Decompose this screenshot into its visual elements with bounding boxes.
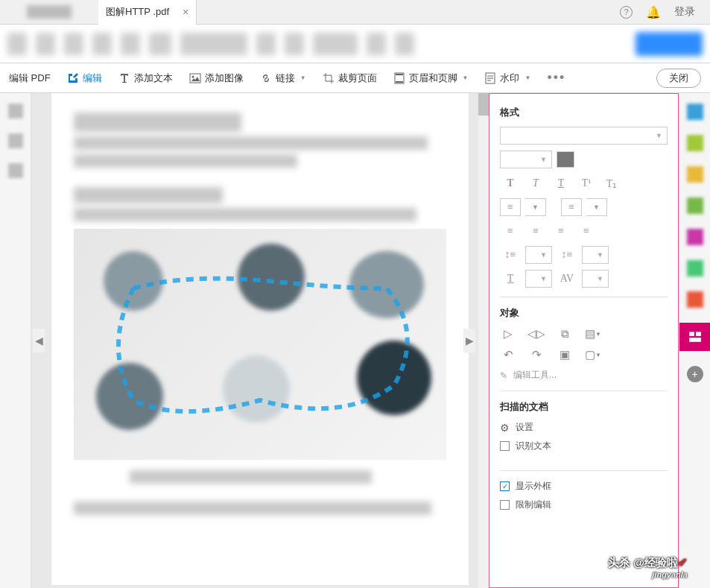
horizontal-scale-button[interactable]: T — [500, 270, 521, 288]
font-color-swatch[interactable] — [557, 151, 574, 168]
font-family-dropdown[interactable]: ▼ — [500, 127, 668, 145]
crop-object-icon[interactable]: ⧉ — [557, 327, 573, 341]
dropdown-icon: ▼ — [300, 75, 306, 81]
tool-icon-7[interactable] — [687, 291, 703, 308]
numbered-list-dropdown[interactable]: ▼ — [586, 198, 607, 216]
more-icon: ••• — [547, 70, 565, 86]
underline-button[interactable]: T — [551, 174, 571, 192]
tool-icon-4[interactable] — [687, 197, 703, 214]
edit-pdf-label: 编辑 PDF — [9, 72, 51, 85]
recognize-text-checkbox[interactable]: 识别文本 — [500, 440, 668, 452]
italic-button[interactable]: T — [525, 174, 546, 192]
bullet-list-button[interactable]: ≡ — [500, 198, 521, 216]
link-button[interactable]: 链接 ▼ — [254, 69, 312, 88]
bookmarks-icon[interactable] — [8, 133, 23, 148]
line-spacing-dropdown[interactable]: ▼ — [525, 246, 552, 264]
right-rail: + — [679, 93, 710, 588]
superscript-button[interactable]: T¹ — [576, 174, 597, 192]
horizontal-scale-dropdown[interactable]: ▼ — [525, 270, 552, 288]
titlebar: 图解HTTP .pdf × ? 🔔 登录 — [0, 0, 710, 25]
format-panel: 格式 ▼ ▼ T T T T¹ T₁ ≡ ▼ ≡ ▼ ≡ ≡ ≡ ≡ ↕≡ ▼ — [489, 93, 679, 588]
tool-icon-3[interactable] — [687, 166, 703, 183]
attachments-icon[interactable] — [8, 163, 23, 178]
share-button[interactable] — [635, 32, 703, 56]
char-spacing-button[interactable]: AV — [557, 270, 577, 288]
svg-point-1 — [191, 75, 194, 78]
document-image — [74, 229, 446, 460]
rotate-cw-icon[interactable]: ↷ — [528, 348, 545, 361]
svg-rect-7 — [696, 332, 701, 336]
flip-horizontal-icon[interactable]: ▷ — [500, 327, 516, 341]
settings-button[interactable]: ⚙ 设置 — [500, 421, 668, 434]
svg-rect-6 — [689, 332, 694, 336]
replace-image-icon[interactable]: ▣ — [557, 348, 573, 361]
document-page — [51, 93, 469, 585]
edit-pdf-tool-active[interactable] — [679, 323, 711, 351]
header-footer-button[interactable]: 页眉和页脚 ▼ — [387, 69, 475, 88]
login-button[interactable]: 登录 — [674, 5, 695, 19]
tab-title: 图解HTTP .pdf — [106, 5, 169, 19]
align-center-button[interactable]: ≡ — [525, 222, 546, 240]
edit-button[interactable]: 编辑 — [61, 69, 108, 88]
add-image-button[interactable]: 添加图像 — [183, 69, 250, 88]
svg-rect-0 — [190, 74, 200, 83]
document-viewport[interactable]: ◀ ▶ — [31, 93, 489, 588]
document-tab[interactable]: 图解HTTP .pdf × — [98, 0, 197, 25]
checkbox-icon — [500, 441, 510, 451]
dropdown-icon: ▼ — [463, 75, 469, 81]
tool-icon-5[interactable] — [687, 229, 703, 245]
watermark-icon — [484, 72, 496, 84]
paragraph-spacing-dropdown[interactable]: ▼ — [582, 246, 609, 264]
thumbnails-icon[interactable] — [8, 104, 23, 118]
format-section-title: 格式 — [500, 106, 668, 119]
close-button[interactable]: 关闭 — [656, 69, 701, 88]
link-icon — [260, 72, 272, 84]
gear-icon: ⚙ — [500, 422, 510, 434]
tool-icon-1[interactable] — [687, 104, 703, 120]
numbered-list-button[interactable]: ≡ — [561, 198, 582, 216]
prev-page-button[interactable]: ◀ — [33, 329, 45, 353]
home-tab[interactable] — [0, 0, 98, 25]
arrange-icon[interactable]: ▤ ▼ — [585, 327, 601, 341]
bullet-list-dropdown[interactable]: ▼ — [525, 198, 546, 216]
scrollbar-thumb[interactable] — [478, 93, 489, 116]
help-icon[interactable]: ? — [620, 6, 633, 19]
checkbox-icon — [500, 500, 510, 510]
left-rail — [0, 93, 31, 588]
char-spacing-dropdown[interactable]: ▼ — [582, 270, 609, 288]
align-left-button[interactable]: ≡ — [500, 222, 521, 240]
main-area: ◀ ▶ 格式 — [0, 93, 710, 588]
close-tab-icon[interactable]: × — [183, 6, 188, 18]
next-page-button[interactable]: ▶ — [463, 329, 475, 353]
text-icon — [118, 72, 130, 84]
restrict-edit-checkbox[interactable]: 限制编辑 — [500, 499, 668, 511]
scanned-section-title: 扫描的文档 — [500, 400, 668, 414]
line-spacing-button[interactable]: ↕≡ — [500, 246, 521, 264]
crop-button[interactable]: 裁剪页面 — [317, 69, 383, 88]
object-section-title: 对象 — [500, 306, 668, 320]
show-bbox-checkbox[interactable]: ✓ 显示外框 — [500, 480, 668, 493]
font-size-dropdown[interactable]: ▼ — [500, 151, 552, 168]
notifications-icon[interactable]: 🔔 — [646, 5, 661, 19]
edit-tools-button[interactable]: ✎ 编辑工具... — [500, 369, 668, 382]
align-right-button[interactable]: ≡ — [551, 222, 571, 240]
flip-vertical-icon[interactable]: ◁▷ — [528, 327, 545, 341]
align-justify-button[interactable]: ≡ — [576, 222, 597, 240]
subscript-button[interactable]: T₁ — [601, 174, 622, 192]
edit-icon — [67, 72, 79, 84]
bold-button[interactable]: T — [500, 174, 521, 192]
rotate-ccw-icon[interactable]: ↶ — [500, 348, 516, 361]
add-text-button[interactable]: 添加文本 — [112, 69, 179, 88]
watermark-button[interactable]: 水印 ▼ — [478, 69, 536, 88]
add-tool-icon[interactable]: + — [687, 366, 703, 382]
tool-icon-2[interactable] — [687, 135, 703, 151]
svg-rect-8 — [689, 338, 701, 342]
edit-pdf-toolbar: 编辑 PDF 编辑 添加文本 添加图像 链接 ▼ 裁剪页面 页眉和页脚 ▼ 水印… — [0, 63, 710, 93]
align-objects-icon[interactable]: ▢ ▼ — [585, 348, 601, 361]
more-button[interactable]: ••• — [541, 67, 571, 89]
paragraph-spacing-button[interactable]: ↕≡ — [557, 246, 577, 264]
dropdown-icon: ▼ — [524, 75, 530, 81]
vertical-scrollbar[interactable] — [478, 93, 489, 588]
tool-icon-6[interactable] — [687, 260, 703, 276]
header-footer-icon — [393, 72, 405, 84]
